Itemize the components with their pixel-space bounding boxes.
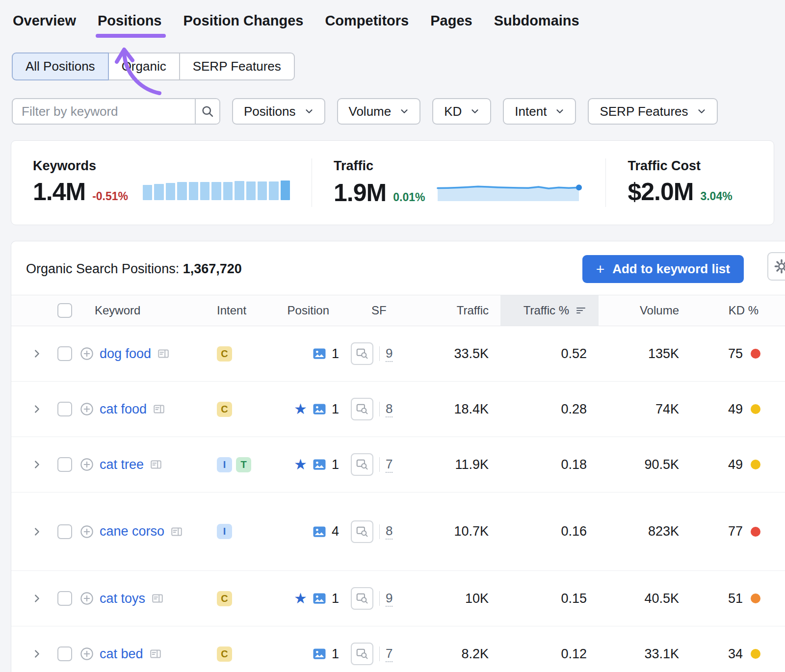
keyword-link[interactable]: cat food bbox=[100, 402, 147, 417]
metric-traffic-cost-value: $2.0M bbox=[628, 178, 693, 206]
filter-dropdown-positions[interactable]: Positions bbox=[232, 98, 325, 125]
spark-bar bbox=[246, 181, 256, 200]
sf-count-link[interactable]: 7 bbox=[386, 646, 392, 662]
col-sf[interactable]: SF bbox=[341, 295, 407, 326]
segment-serp-features[interactable]: SERP Features bbox=[179, 52, 295, 80]
divider bbox=[379, 402, 380, 416]
keyword-card-icon[interactable] bbox=[149, 647, 162, 660]
add-keyword-icon[interactable] bbox=[80, 458, 94, 471]
select-all-checkbox[interactable] bbox=[57, 303, 72, 318]
kd-value: 77 bbox=[728, 524, 743, 539]
table-title-label: Organic Search Positions: bbox=[26, 261, 179, 276]
spark-bar bbox=[143, 185, 152, 200]
traffic-pct-value: 0.28 bbox=[500, 402, 599, 417]
spark-bar bbox=[189, 182, 198, 200]
tab-competitors[interactable]: Competitors bbox=[325, 13, 409, 29]
intent-cell: C bbox=[195, 402, 254, 417]
spark-bar bbox=[177, 182, 186, 200]
search-button[interactable] bbox=[195, 99, 219, 124]
keyword-card-icon[interactable] bbox=[153, 403, 165, 415]
keyword-link[interactable]: dog food bbox=[100, 346, 151, 362]
col-position[interactable]: Position bbox=[254, 295, 341, 326]
add-button-label: Add to keyword list bbox=[612, 261, 730, 277]
expand-row-icon[interactable] bbox=[31, 459, 42, 470]
chevron-down-icon bbox=[304, 106, 314, 117]
row-checkbox[interactable] bbox=[57, 402, 72, 416]
serp-snapshot-button[interactable] bbox=[351, 587, 373, 610]
intent-badge-t: T bbox=[236, 457, 251, 472]
keyword-card-icon[interactable] bbox=[150, 458, 162, 471]
row-checkbox[interactable] bbox=[57, 646, 72, 661]
serp-preview-icon bbox=[356, 403, 368, 415]
segment-all-positions[interactable]: All Positions bbox=[12, 52, 109, 80]
add-keyword-icon[interactable] bbox=[80, 525, 94, 539]
row-checkbox[interactable] bbox=[57, 591, 72, 606]
kd-dot bbox=[751, 349, 760, 359]
chevron-down-icon bbox=[470, 106, 480, 117]
keyword-card-icon[interactable] bbox=[157, 347, 170, 360]
add-keyword-icon[interactable] bbox=[80, 592, 94, 605]
expand-row-icon[interactable] bbox=[31, 593, 42, 604]
col-keyword[interactable]: Keyword bbox=[80, 295, 195, 326]
serp-preview-icon bbox=[356, 525, 368, 538]
add-keyword-icon[interactable] bbox=[80, 347, 94, 361]
add-to-keyword-list-button[interactable]: + Add to keyword list bbox=[582, 255, 744, 283]
keyword-link[interactable]: cane corso bbox=[100, 524, 164, 539]
row-checkbox[interactable] bbox=[57, 524, 72, 539]
summary-card: Keywords 1.4M -0.51% Traffic 1.9M 0.01% … bbox=[11, 140, 774, 225]
metric-traffic-value: 1.9M bbox=[334, 179, 386, 207]
sf-count-link[interactable]: 8 bbox=[386, 523, 392, 540]
segment-organic[interactable]: Organic bbox=[108, 52, 180, 80]
add-keyword-icon[interactable] bbox=[80, 402, 94, 416]
dropdown-label: Intent bbox=[515, 104, 547, 119]
keyword-link[interactable]: cat bed bbox=[100, 646, 143, 662]
add-keyword-icon[interactable] bbox=[80, 647, 94, 661]
expand-row-icon[interactable] bbox=[31, 648, 42, 659]
col-kd[interactable]: KD % bbox=[691, 295, 770, 326]
serp-snapshot-button[interactable] bbox=[351, 520, 373, 543]
metric-traffic-label: Traffic bbox=[334, 158, 584, 174]
keyword-filter-input[interactable] bbox=[13, 99, 195, 124]
col-intent[interactable]: Intent bbox=[195, 295, 254, 326]
chevron-down-icon bbox=[554, 106, 565, 117]
intent-cell: IT bbox=[195, 457, 254, 472]
expand-row-icon[interactable] bbox=[31, 348, 42, 359]
kd-value: 51 bbox=[728, 591, 743, 606]
tab-positions[interactable]: Positions bbox=[98, 13, 162, 29]
table-row: cat bed C 1 7 8.2K 0.12 33.1K 34 bbox=[11, 626, 785, 672]
keyword-card-icon[interactable] bbox=[151, 592, 164, 605]
tab-overview[interactable]: Overview bbox=[13, 13, 76, 29]
expand-row-icon[interactable] bbox=[31, 526, 42, 537]
expand-row-icon[interactable] bbox=[31, 404, 42, 414]
serp-snapshot-button[interactable] bbox=[351, 342, 373, 365]
serp-snapshot-button[interactable] bbox=[351, 643, 373, 665]
filter-dropdown-kd[interactable]: KD bbox=[432, 98, 491, 125]
traffic-pct-value: 0.15 bbox=[500, 591, 599, 606]
intent-cell: C bbox=[195, 346, 254, 362]
tab-position-changes[interactable]: Position Changes bbox=[183, 13, 304, 29]
intent-badge-i: I bbox=[217, 524, 232, 539]
intent-badge-c: C bbox=[217, 402, 232, 417]
filter-dropdown-serp-features[interactable]: SERP Features bbox=[588, 98, 717, 125]
col-traffic[interactable]: Traffic bbox=[407, 295, 500, 326]
tab-pages[interactable]: Pages bbox=[430, 13, 472, 29]
row-checkbox[interactable] bbox=[57, 346, 72, 361]
row-checkbox[interactable] bbox=[57, 457, 72, 472]
tab-subdomains[interactable]: Subdomains bbox=[494, 13, 579, 29]
filter-dropdown-volume[interactable]: Volume bbox=[337, 98, 421, 125]
sf-count-link[interactable]: 9 bbox=[386, 591, 392, 607]
keyword-card-icon[interactable] bbox=[170, 525, 183, 538]
serp-snapshot-button[interactable] bbox=[351, 453, 373, 476]
sf-count-link[interactable]: 7 bbox=[386, 457, 392, 473]
col-volume[interactable]: Volume bbox=[599, 295, 691, 326]
table-settings-button[interactable] bbox=[767, 252, 785, 281]
filter-dropdown-intent[interactable]: Intent bbox=[503, 98, 576, 125]
col-traffic-pct[interactable]: Traffic % bbox=[500, 295, 599, 326]
sf-count-link[interactable]: 9 bbox=[386, 346, 392, 362]
intent-badge-c: C bbox=[217, 646, 232, 662]
position-value: 1 bbox=[332, 346, 339, 362]
keyword-link[interactable]: cat toys bbox=[100, 591, 145, 606]
serp-snapshot-button[interactable] bbox=[351, 398, 373, 420]
sf-count-link[interactable]: 8 bbox=[386, 401, 392, 417]
keyword-link[interactable]: cat tree bbox=[100, 457, 144, 472]
